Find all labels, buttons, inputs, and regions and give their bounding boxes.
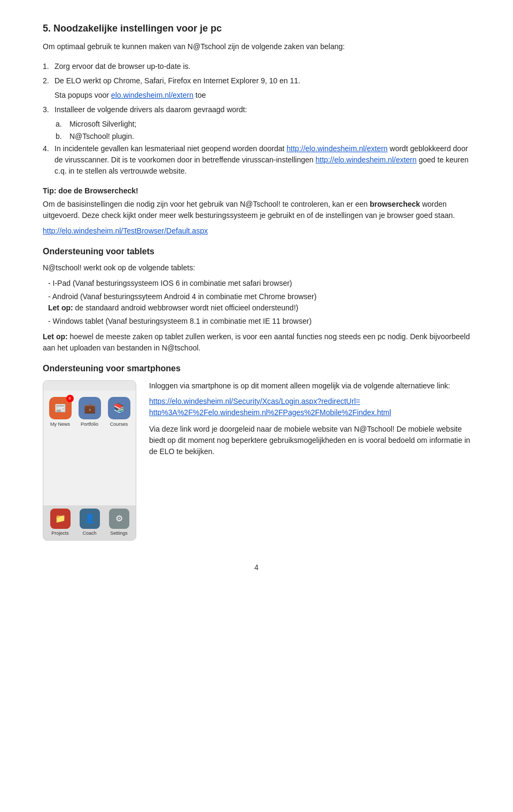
list-item-sta: Sta popups voor elo.windesheim.nl/extern… bbox=[43, 90, 470, 101]
browsercheck-link-para: http://elo.windesheim.nl/TestBrowser/Def… bbox=[43, 225, 470, 237]
virus-link-2[interactable]: http://elo.windesheim.nl/extern bbox=[315, 155, 416, 164]
driver-letter-a: a. bbox=[56, 119, 66, 130]
list-item: I-Pad (Vanaf besturingssysteem IOS 6 in … bbox=[43, 278, 470, 289]
tablets-list: I-Pad (Vanaf besturingssysteem IOS 6 in … bbox=[43, 278, 470, 327]
phone-bottom-projects: 📁 Projects bbox=[50, 509, 71, 537]
driver-text-a: Microsoft Silverlight; bbox=[69, 119, 136, 130]
projects-label: Projects bbox=[51, 530, 69, 537]
smartphones-heading: Ondersteuning voor smartphones bbox=[43, 362, 470, 375]
letop-label: Let op: bbox=[43, 332, 68, 341]
driver-letter-b: b. bbox=[56, 131, 66, 142]
phone-icon-grid: 📰 8 My News 💼 Portfolio 📚 Courses bbox=[43, 391, 136, 505]
smartphone-content: 📰 8 My News 💼 Portfolio 📚 Courses 📁 bbox=[43, 380, 470, 541]
settings-icon: ⚙ bbox=[109, 509, 129, 529]
browsercheck-link[interactable]: http://elo.windesheim.nl/TestBrowser/Def… bbox=[43, 227, 208, 235]
android-letop: Let op: de standaard android webbrowser … bbox=[48, 303, 298, 312]
list-text-4: In incidentele gevallen kan lesmateriaal… bbox=[55, 143, 470, 177]
smartphones-link[interactable]: https://elo.windesheim.nl/Security/Xcas/… bbox=[149, 397, 391, 417]
intro-text: Om optimaal gebruik te kunnen maken van … bbox=[43, 41, 470, 52]
letop-tablets: Let op: hoewel de meeste zaken op tablet… bbox=[43, 331, 470, 354]
tablets-heading: Ondersteuning voor tablets bbox=[43, 245, 470, 258]
list-item-3: 3. Installeer de volgende drivers als da… bbox=[43, 104, 470, 115]
mynews-icon: 📰 8 bbox=[49, 397, 72, 419]
list-num-2: 2. bbox=[43, 75, 51, 87]
list-num-sta bbox=[43, 90, 51, 101]
page-number: 4 bbox=[43, 562, 470, 573]
courses-label: Courses bbox=[110, 421, 128, 428]
driver-item-b: b. N@Tschool! plugin. bbox=[56, 131, 470, 142]
virus-link-1[interactable]: http://elo.windesheim.nl/extern bbox=[286, 144, 387, 153]
section-heading: 5. Noodzakelijke instellingen voor je pc bbox=[43, 21, 470, 36]
phone-bottom-coach: 👤 Coach bbox=[80, 509, 100, 537]
smartphone-text-block: Inloggen via smartphone is op dit moment… bbox=[149, 380, 470, 541]
smartphones-text2: Via deze link word je doorgeleid naar de… bbox=[149, 424, 470, 457]
phone-bottom-settings: ⚙ Settings bbox=[109, 509, 129, 537]
list-item: Android (Vanaf besturingssyteem Android … bbox=[43, 291, 470, 314]
list-text-3: Installeer de volgende drivers als daaro… bbox=[55, 104, 247, 115]
mynews-label: My News bbox=[50, 421, 70, 428]
list-num-3: 3. bbox=[43, 104, 51, 115]
phone-top-bar bbox=[43, 381, 136, 391]
list-item-1: 1. Zorg ervoor dat de browser up-to-date… bbox=[43, 61, 470, 72]
phone-icon-mynews: 📰 8 My News bbox=[48, 397, 73, 503]
list-text-1: Zorg ervoor dat de browser up-to-date is… bbox=[55, 61, 190, 72]
tablets-section: Ondersteuning voor tablets N@tschool! we… bbox=[43, 245, 470, 354]
letop-tablets-text: hoewel de meeste zaken op tablet zullen … bbox=[43, 332, 470, 352]
settings-label: Settings bbox=[110, 530, 128, 537]
phone-mockup: 📰 8 My News 💼 Portfolio 📚 Courses 📁 bbox=[43, 380, 136, 541]
intro-paragraph: Om optimaal gebruik te kunnen maken van … bbox=[43, 41, 470, 52]
popup-link[interactable]: elo.windesheim.nl/extern bbox=[111, 91, 193, 99]
tip-text: Om de basisinstellingen die nodig zijn v… bbox=[43, 199, 470, 221]
courses-icon: 📚 bbox=[108, 397, 130, 419]
list-text-2: De ELO werkt op Chrome, Safari, Firefox … bbox=[55, 75, 300, 87]
phone-icon-courses: 📚 Courses bbox=[106, 397, 131, 503]
tip-section: Tip: doe de Browsercheck! Om de basisins… bbox=[43, 185, 470, 237]
coach-icon: 👤 bbox=[80, 509, 100, 529]
list-item: Windows tablet (Vanaf besturingsysteem 8… bbox=[43, 316, 470, 327]
numbered-list: 1. Zorg ervoor dat de browser up-to-date… bbox=[43, 61, 470, 177]
projects-icon: 📁 bbox=[50, 509, 71, 529]
list-num-4: 4. bbox=[43, 143, 51, 177]
driver-text-b: N@Tschool! plugin. bbox=[69, 131, 134, 142]
driver-item-a: a. Microsoft Silverlight; bbox=[56, 119, 470, 130]
browsercheck-bold: browsercheck bbox=[370, 200, 420, 208]
list-num-1: 1. bbox=[43, 61, 51, 72]
mynews-badge: 8 bbox=[66, 395, 74, 402]
driver-list: a. Microsoft Silverlight; b. N@Tschool! … bbox=[56, 119, 470, 142]
portfolio-icon: 💼 bbox=[79, 397, 101, 419]
phone-icon-portfolio: 💼 Portfolio bbox=[77, 397, 102, 503]
coach-label: Coach bbox=[82, 530, 96, 537]
portfolio-label: Portfolio bbox=[81, 421, 98, 428]
smartphones-text1: Inloggen via smartphone is op dit moment… bbox=[149, 380, 470, 392]
list-item-4: 4. In incidentele gevallen kan lesmateri… bbox=[43, 143, 470, 177]
list-text-sta: Sta popups voor elo.windesheim.nl/extern… bbox=[55, 90, 206, 101]
smartphones-link-para: https://elo.windesheim.nl/Security/Xcas/… bbox=[149, 396, 470, 418]
list-item-2: 2. De ELO werkt op Chrome, Safari, Firef… bbox=[43, 75, 470, 87]
phone-bottom-row: 📁 Projects 👤 Coach ⚙ Settings bbox=[43, 505, 136, 541]
smartphones-section: Ondersteuning voor smartphones 📰 8 My Ne… bbox=[43, 362, 470, 541]
tablets-intro: N@tschool! werkt ook op de volgende tabl… bbox=[43, 262, 470, 274]
tip-heading: Tip: doe de Browsercheck! bbox=[43, 185, 470, 197]
